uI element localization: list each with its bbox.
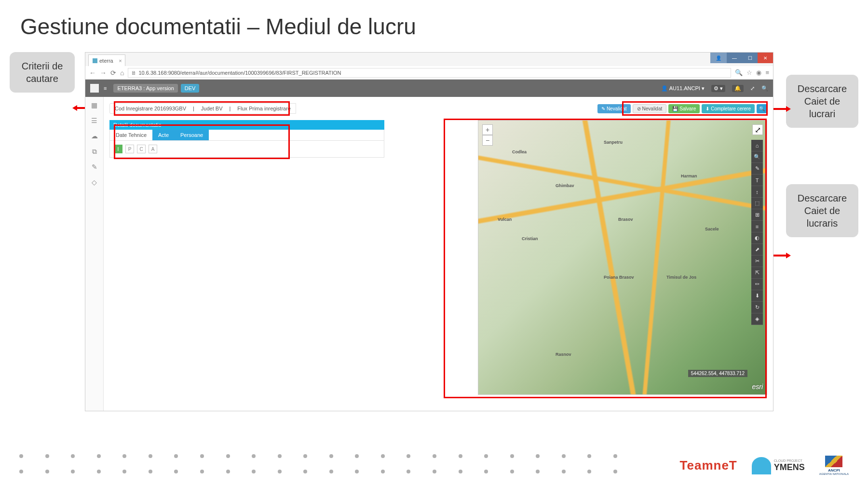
zoom-in-button[interactable]: +: [482, 124, 493, 135]
detalii-panel: Detalii documentatie Date Tehnice Acte P…: [109, 120, 384, 158]
map-label: Sanpetru: [604, 140, 623, 145]
close-icon[interactable]: ×: [119, 58, 122, 64]
browser-tabbar: eterra × 👤 — ☐ ✕: [85, 53, 773, 66]
tab-date-tehnice[interactable]: Date Tehnice: [110, 130, 152, 140]
ancpi-text: ANCPI: [828, 468, 840, 472]
ymens-text: YMENS: [774, 462, 805, 472]
url-input[interactable]: 🗎 10.6.38.168:9080/eterra#/aur/documenta…: [128, 68, 731, 78]
tab-acte[interactable]: Acte: [152, 130, 175, 140]
salvare-button[interactable]: 💾 Salvare: [668, 104, 700, 113]
judet: Judet BV: [201, 106, 223, 111]
map-zoom: + −: [482, 124, 493, 146]
nevalidat-grey-button[interactable]: ⊘ Nevalidat: [633, 104, 667, 113]
map-label: Brasov: [618, 217, 633, 222]
favicon-icon: [93, 58, 97, 63]
map-tool[interactable]: ◈: [751, 313, 763, 325]
tab-persoane[interactable]: Persoane: [175, 130, 209, 140]
maximize-button[interactable]: ☐: [742, 53, 758, 63]
zoom-icon[interactable]: 🔍: [735, 69, 743, 76]
map-tool[interactable]: ⇱: [751, 267, 763, 279]
fullscreen-icon[interactable]: ⤢: [750, 85, 755, 92]
user-menu[interactable]: 👤 AU11.ANCPI ▾: [661, 85, 705, 92]
map-tool[interactable]: T: [751, 175, 763, 186]
map-label: Poiana Brasov: [604, 275, 634, 280]
nevalidat-button[interactable]: ✎ Nevalidat: [597, 104, 631, 113]
callout-descarcare-2: Descarcare Caiet de lucraris: [786, 184, 858, 237]
reload-button[interactable]: ⟳: [110, 69, 116, 77]
map-expand-button[interactable]: ⤢: [752, 124, 763, 135]
map-attribution: esri: [752, 383, 763, 391]
map-tool[interactable]: ◐: [751, 232, 763, 244]
map-tool[interactable]: ⬈: [751, 244, 763, 256]
map-tool[interactable]: ⬇: [751, 290, 763, 302]
map-label: Harman: [681, 174, 697, 178]
sidebar-tag-icon[interactable]: ◇: [90, 178, 99, 187]
action-p-button[interactable]: P: [125, 145, 134, 153]
star-icon[interactable]: ☆: [746, 69, 752, 76]
map[interactable]: Codlea Sanpetru Ghimbav Harman Brasov Cr…: [478, 120, 767, 395]
map-tool[interactable]: ✏: [751, 279, 763, 290]
back-button[interactable]: ←: [89, 69, 96, 77]
slide-title: Gestiune documentatii – Mediul de lucru: [0, 0, 868, 40]
flux: Flux Prima inregistrare: [237, 106, 291, 111]
ymens-logo: CLOUD PROJECT YMENS: [752, 457, 805, 474]
panel-header: Detalii documentatie: [109, 120, 384, 130]
search-icon[interactable]: 🔍: [761, 85, 768, 92]
footer-dots: [19, 454, 617, 458]
sidebar-cloud-icon[interactable]: ☁: [90, 132, 99, 140]
settings-icon[interactable]: ⚙ ▾: [711, 85, 725, 92]
menu-icon[interactable]: ≡: [765, 69, 769, 76]
app-toolbar: ≡ ETERRA3 : App version DEV 👤 AU11.ANCPI…: [85, 80, 773, 97]
map-tool[interactable]: ⊞: [751, 209, 763, 221]
user-icon[interactable]: 👤: [710, 53, 727, 63]
map-toolbar: ⌂ 🔍 ✎ T ↕ ⬚ ⊞ ≡ ◐ ⬈ ✂ ⇱ ✏ ⬇ ↻ ◈: [751, 140, 763, 325]
completare-button[interactable]: ⬇ Completare cerere: [702, 104, 755, 113]
map-tool[interactable]: ⬚: [751, 198, 763, 209]
map-roads: [478, 121, 767, 394]
sidebar-grid-icon[interactable]: ▦: [90, 101, 99, 109]
map-tool[interactable]: ✂: [751, 256, 763, 267]
callout-descarcare-1: Descarcare Caiet de lucrari: [786, 75, 858, 128]
map-tool[interactable]: ⌂: [751, 140, 763, 151]
app-logo-icon[interactable]: [90, 84, 99, 93]
breadcrumb[interactable]: ETERRA3 : App version: [113, 84, 177, 93]
main-content: Cod Inregistrare 2016993GBV | Judet BV |…: [104, 97, 773, 411]
search-square-button[interactable]: 🔍: [757, 104, 767, 113]
env-badge: DEV: [181, 84, 200, 93]
sidebar-stack-icon[interactable]: ⧉: [90, 147, 99, 156]
map-tool[interactable]: ✎: [751, 163, 763, 175]
ymens-icon: [752, 457, 771, 474]
map-label: Sacele: [705, 227, 719, 231]
ancpi-icon: [825, 456, 842, 467]
url-text: 10.6.38.168:9080/eterra#/aur/documentati…: [138, 70, 341, 76]
map-tool[interactable]: ↕: [751, 186, 763, 198]
browser-window: eterra × 👤 — ☐ ✕ ← → ⟳ ⌂ 🗎 10.6.38.168:9…: [85, 52, 773, 411]
home-button[interactable]: ⌂: [120, 69, 124, 77]
sidebar-edit-icon[interactable]: ✎: [90, 162, 99, 171]
action-a-button[interactable]: A: [149, 145, 157, 153]
close-button[interactable]: ✕: [758, 53, 773, 63]
panel-tabs: Date Tehnice Acte Persoane: [109, 130, 384, 141]
action-i-button[interactable]: I: [114, 145, 122, 153]
browser-tab[interactable]: eterra ×: [88, 54, 125, 66]
sidebar-list-icon[interactable]: ☰: [90, 116, 99, 125]
map-label: Rasnov: [556, 352, 571, 357]
map-tool[interactable]: ≡: [751, 221, 763, 232]
ancpi-logo: ANCPI AGENTIA NATIONALA: [819, 456, 849, 475]
tab-title: eterra: [99, 58, 113, 64]
action-c-button[interactable]: C: [137, 145, 146, 153]
hamburger-icon[interactable]: ≡: [104, 85, 107, 91]
forward-button[interactable]: →: [100, 69, 107, 77]
map-label: Cristian: [522, 236, 538, 241]
callout-criterii: Criterii de cautare: [10, 52, 75, 93]
ymens-sub: CLOUD PROJECT: [774, 459, 805, 462]
map-tool[interactable]: ↻: [751, 302, 763, 313]
minimize-button[interactable]: —: [727, 53, 742, 63]
teamnet-logo: TeamneT: [680, 458, 737, 473]
map-tool[interactable]: 🔍: [751, 151, 763, 163]
zoom-out-button[interactable]: −: [482, 135, 493, 146]
notification-icon[interactable]: 🔔: [732, 85, 744, 92]
map-label: Ghimbav: [556, 183, 574, 188]
extension-icon[interactable]: ◉: [756, 69, 761, 76]
map-label: Vulcan: [498, 217, 512, 222]
